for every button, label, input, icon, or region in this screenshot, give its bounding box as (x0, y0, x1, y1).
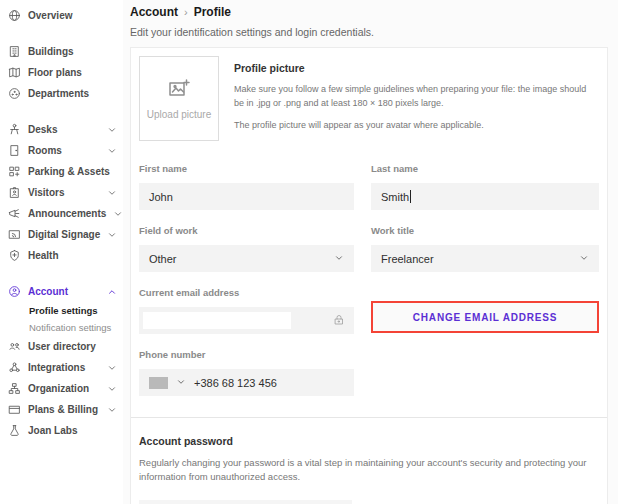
chevron-down-icon (107, 146, 117, 156)
sidebar-item-announcements[interactable]: Announcements (0, 203, 123, 224)
sidebar-item-label: Buildings (28, 46, 117, 57)
sidebar-item-organization[interactable]: Organization (0, 378, 123, 399)
chevron-down-icon (107, 384, 117, 394)
profile-picture-guidelines: Make sure you follow a few simple guidel… (234, 83, 595, 111)
sidebar-item-desks[interactable]: Desks (0, 119, 123, 140)
field-of-work-select[interactable]: Other (139, 245, 354, 272)
sidebar: Overview Buildings Floor plans Departmen… (0, 0, 123, 504)
chevron-down-icon (107, 363, 117, 373)
first-name-label: First name (139, 163, 354, 174)
flask-icon (8, 424, 21, 437)
sidebar-group-gap (0, 104, 123, 119)
sidebar-item-label: Announcements (28, 208, 106, 219)
sidebar-item-joan-labs[interactable]: Joan Labs (0, 420, 123, 441)
first-name-value: John (149, 191, 173, 203)
badge-icon (8, 186, 21, 199)
field-of-work-label: Field of work (139, 225, 354, 236)
signage-icon (8, 228, 21, 241)
sidebar-item-label: Account (28, 286, 100, 297)
email-button-cell: CHANGE EMAIL ADDRESS (371, 287, 599, 334)
sidebar-item-label: Rooms (28, 145, 100, 156)
sidebar-item-floor-plans[interactable]: Floor plans (0, 62, 123, 83)
work-title-label: Work title (371, 225, 599, 236)
last-name-label: Last name (371, 163, 599, 174)
last-name-value: Smith (381, 191, 409, 203)
chevron-down-icon (579, 253, 589, 265)
phone-field: Phone number +386 68 123 456 (139, 349, 354, 396)
sidebar-item-label: Digital Signage (28, 229, 100, 240)
page-subtitle: Edit your identification settings and lo… (130, 26, 608, 38)
sidebar-item-label: Floor plans (28, 67, 117, 78)
country-flag-placeholder[interactable] (149, 377, 168, 389)
breadcrumb-profile: Profile (194, 5, 231, 19)
profile-picture-info: Profile picture Make sure you follow a f… (234, 56, 599, 141)
sidebar-item-digital-signage[interactable]: Digital Signage (0, 224, 123, 245)
chevron-down-icon[interactable] (176, 377, 186, 389)
first-name-input[interactable]: John (139, 183, 354, 210)
sidebar-item-parking-assets[interactable]: Parking & Assets (0, 161, 123, 182)
sidebar-item-label: Integrations (28, 362, 100, 373)
redacted-email-value (143, 312, 291, 329)
breadcrumb-separator-icon: › (184, 6, 188, 18)
work-title-select[interactable]: Freelancer (371, 245, 599, 272)
profile-picture-section: Upload picture Profile picture Make sure… (131, 48, 607, 149)
email-label: Current email address (139, 287, 354, 298)
sidebar-item-buildings[interactable]: Buildings (0, 41, 123, 62)
globe-icon (8, 9, 21, 22)
sidebar-item-plans-billing[interactable]: Plans & Billing (0, 399, 123, 420)
chevron-down-icon (334, 253, 344, 265)
field-of-work-field: Field of work Other (139, 225, 354, 272)
first-name-field: First name John (139, 163, 354, 210)
field-of-work-value: Other (149, 253, 177, 265)
change-account-password-button[interactable]: CHANGE ACCOUNT PASSWORD (139, 500, 352, 504)
sidebar-subitem-profile-settings[interactable]: Profile settings (0, 302, 123, 319)
email-field: Current email address (139, 287, 354, 334)
sidebar-item-user-directory[interactable]: User directory (0, 336, 123, 357)
upload-picture-button[interactable]: Upload picture (139, 56, 219, 141)
last-name-input[interactable]: Smith (371, 183, 599, 210)
sidebar-item-overview[interactable]: Overview (0, 5, 123, 26)
account-password-description: Regularly changing your password is a vi… (139, 456, 599, 485)
phone-value: +386 68 123 456 (194, 377, 277, 389)
sidebar-group-gap (0, 266, 123, 281)
grid-plus-icon (8, 165, 21, 178)
breadcrumb-account[interactable]: Account (130, 5, 178, 19)
sidebar-item-label: Plans & Billing (28, 404, 100, 415)
building-icon (8, 45, 21, 58)
chevron-down-icon (107, 188, 117, 198)
lock-icon (333, 314, 345, 328)
last-name-field: Last name Smith (371, 163, 599, 210)
users-icon (8, 340, 21, 353)
sidebar-item-label: Departments (28, 88, 117, 99)
phone-input[interactable]: +386 68 123 456 (139, 369, 354, 396)
sidebar-item-label: Joan Labs (28, 425, 117, 436)
page-header: Account › Profile Edit your identificati… (130, 5, 608, 38)
sidebar-item-integrations[interactable]: Integrations (0, 357, 123, 378)
breadcrumb: Account › Profile (130, 5, 608, 19)
sidebar-item-health[interactable]: Health (0, 245, 123, 266)
profile-picture-note: The profile picture will appear as your … (234, 119, 595, 133)
sidebar-item-label: Overview (28, 10, 117, 21)
chevron-down-icon (107, 125, 117, 135)
credit-card-icon (8, 403, 21, 416)
work-title-value: Freelancer (381, 253, 434, 265)
sidebar-item-label: Health (28, 250, 117, 261)
phone-label: Phone number (139, 349, 354, 360)
departments-icon (8, 87, 21, 100)
sidebar-item-rooms[interactable]: Rooms (0, 140, 123, 161)
person-circle-icon (8, 285, 21, 298)
door-icon (8, 144, 21, 157)
chevron-down-icon (107, 230, 117, 240)
sidebar-item-label: Parking & Assets (28, 166, 117, 177)
profile-picture-heading: Profile picture (234, 62, 595, 74)
change-email-address-button[interactable]: CHANGE EMAIL ADDRESS (371, 301, 599, 333)
sidebar-item-visitors[interactable]: Visitors (0, 182, 123, 203)
org-chart-icon (8, 382, 21, 395)
sidebar-item-label: Organization (28, 383, 100, 394)
sidebar-item-departments[interactable]: Departments (0, 83, 123, 104)
sidebar-subitem-notification-settings[interactable]: Notification settings (0, 319, 123, 336)
account-password-section: Account password Regularly changing your… (131, 418, 607, 504)
network-icon (8, 361, 21, 374)
map-icon (8, 66, 21, 79)
sidebar-item-account[interactable]: Account (0, 281, 123, 302)
